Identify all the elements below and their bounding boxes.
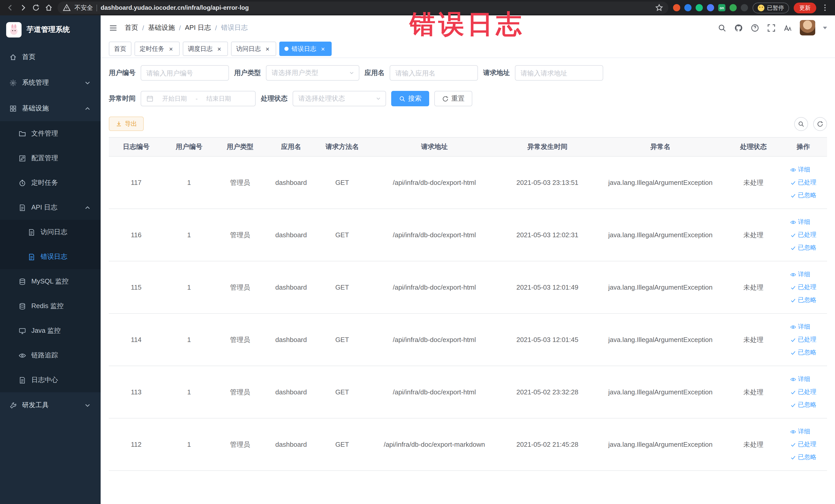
filter-row-1: 用户编号 用户类型 请选择用户类型 应用名 [109,65,827,81]
table-row: 1171管理员dashboardGET/api/infra/db-doc/exp… [109,156,827,209]
cell-exception: java.lang.IllegalArgumentException [594,209,727,261]
ignored-link[interactable]: 已忽略 [790,401,816,409]
avatar[interactable] [800,20,815,36]
cell-user_id: 1 [163,261,215,314]
extension-icon[interactable] [696,4,703,11]
start-date-input[interactable] [157,95,192,103]
sidebar-item-access-log[interactable]: 访问日志 [0,220,101,244]
detail-link[interactable]: 详细 [790,322,810,331]
sidebar-item-error-log[interactable]: 错误日志 [0,244,101,269]
sidebar-item-dev-tools[interactable]: 研发工具 [0,392,101,418]
sidebar-item-trace[interactable]: 链路追踪 [0,343,101,368]
sidebar-item-java[interactable]: Java 监控 [0,318,101,343]
export-button[interactable]: 导出 [109,117,144,131]
address-bar[interactable]: 不安全 dashboard.yudao.iocoder.cn/infra/log… [58,2,668,14]
logo[interactable]: 芋道管理系统 [0,15,101,44]
processed-link[interactable]: 已处理 [790,178,816,187]
ignored-link[interactable]: 已忽略 [790,243,816,252]
browser-menu-icon[interactable] [821,4,829,12]
tab-调度日志[interactable]: 调度日志× [183,42,228,56]
github-icon[interactable] [734,23,743,32]
font-size-icon[interactable] [783,23,792,32]
exception-time-range[interactable]: - [141,91,256,106]
cell-status: 未处理 [727,156,780,209]
tab-访问日志[interactable]: 访问日志× [231,42,276,56]
column-header: 操作 [779,137,827,156]
close-icon[interactable]: × [216,45,223,53]
eye-icon [790,376,796,382]
search-button[interactable]: 搜索 [391,91,429,106]
ignored-link[interactable]: 已忽略 [790,296,816,304]
processed-link[interactable]: 已处理 [790,283,816,292]
sidebar-item-label: Redis 监控 [31,301,64,311]
bookmark-star-icon[interactable] [655,4,663,12]
processed-link[interactable]: 已处理 [790,440,816,449]
help-icon[interactable] [751,23,759,32]
request-url-input[interactable] [515,65,603,81]
breadcrumb-item[interactable]: 基础设施 [148,23,175,32]
filter-request-url: 请求地址 [483,65,603,81]
sidebar-item-config[interactable]: 配置管理 [0,146,101,170]
search-icon[interactable] [718,23,727,32]
cell-method: GET [317,418,368,471]
tab-定时任务[interactable]: 定时任务× [135,42,180,56]
sidebar-item-api-log[interactable]: API 日志 [0,195,101,220]
detail-link[interactable]: 详细 [790,218,810,226]
timer-icon [19,179,26,187]
tab-首页[interactable]: 首页 [109,42,131,56]
sidebar-item-redis[interactable]: Redis 监控 [0,294,101,318]
home-icon[interactable] [45,4,53,12]
detail-link[interactable]: 详细 [790,165,810,174]
ignored-link[interactable]: 已忽略 [790,348,816,357]
extension-icon[interactable] [707,4,714,11]
breadcrumb-item[interactable]: 首页 [125,23,138,32]
sidebar-item-job[interactable]: 定时任务 [0,170,101,195]
extension-icon[interactable] [684,4,692,11]
detail-link[interactable]: 详细 [790,427,810,436]
op-label: 详细 [798,165,810,174]
caret-down-icon[interactable] [823,26,827,29]
end-date-input[interactable] [201,95,237,103]
cell-app: dashboard [266,261,317,314]
close-icon[interactable]: × [319,45,326,53]
sidebar-item-mysql[interactable]: MySQL 监控 [0,269,101,294]
back-icon[interactable] [6,4,14,12]
forward-icon[interactable] [19,4,27,12]
reset-button[interactable]: 重置 [434,91,472,106]
app-name-input[interactable] [390,65,478,81]
extension-icon[interactable]: on [718,4,726,11]
extension-icon[interactable] [730,4,737,11]
sidebar-item-infra[interactable]: 基础设施 [0,96,101,121]
cell-user_id: 1 [163,314,215,366]
toggle-search-button[interactable] [794,117,808,131]
fullscreen-icon[interactable] [767,23,776,32]
processed-link[interactable]: 已处理 [790,335,816,344]
reload-icon[interactable] [32,4,40,12]
processed-link[interactable]: 已处理 [790,388,816,397]
cell-status: 未处理 [727,366,780,418]
paused-badge[interactable]: 已暂停 [753,2,789,13]
sidebar-item-log-center[interactable]: 日志中心 [0,368,101,392]
close-icon[interactable]: × [167,45,175,53]
sidebar-item-label: API 日志 [31,203,57,212]
ignored-link[interactable]: 已忽略 [790,453,816,462]
detail-link[interactable]: 详细 [790,375,810,384]
breadcrumb-item[interactable]: API 日志 [185,23,211,32]
process-status-select[interactable]: 请选择处理状态 [292,91,386,106]
user-id-input[interactable] [141,65,229,81]
user-type-select[interactable]: 请选择用户类型 [266,65,359,81]
extension-icon[interactable] [741,4,748,11]
sidebar-item-file[interactable]: 文件管理 [0,121,101,146]
detail-link[interactable]: 详细 [790,270,810,279]
update-button[interactable]: 更新 [794,2,816,13]
sidebar-item-system[interactable]: 系统管理 [0,70,101,96]
close-icon[interactable]: × [264,45,271,53]
refresh-button[interactable] [813,117,827,131]
sidebar-item-home[interactable]: 首页 [0,44,101,70]
processed-link[interactable]: 已处理 [790,230,816,239]
sidebar-item-label: 定时任务 [31,178,58,187]
extension-icon[interactable] [673,4,680,11]
ignored-link[interactable]: 已忽略 [790,191,816,200]
tab-错误日志[interactable]: 错误日志× [279,42,332,56]
hamburger-icon[interactable] [109,23,118,32]
